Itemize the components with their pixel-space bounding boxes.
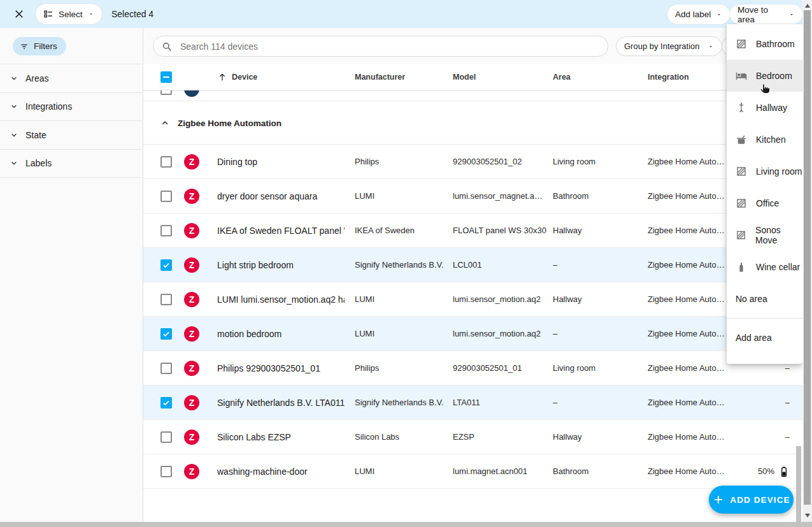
row-checkbox[interactable] [160,397,172,408]
table-row[interactable]: Zmotion bedroomLUMIlumi.sensor_motion.aq… [143,317,802,351]
device-manufacturer: Philips [355,145,449,178]
scroll-up-icon[interactable] [805,4,810,8]
sidebar-section-integrations[interactable]: Integrations [0,93,143,122]
column-header-integration[interactable]: Integration [648,64,689,90]
select-mode-button[interactable]: Select [36,4,102,24]
menu-item-label: Kitchen [756,134,786,145]
page-scrollbar-thumb[interactable] [804,10,811,505]
selection-toolbar: Select Selected 4 Add label Move to area [0,0,802,28]
table-row[interactable]: ZPhilips 929003052501_01Philips929003052… [143,351,802,386]
caret-down-icon [708,43,714,50]
row-checkbox[interactable] [160,363,172,374]
menu-item-office[interactable]: Office [727,187,802,219]
texture-icon [736,198,747,209]
table-row[interactable]: ZLUMI lumi.sensor_motion.aq2 hallwayLUMI… [143,282,802,317]
group-header[interactable]: Zigbee Home Automation [143,102,802,145]
table-row[interactable]: ZSignify Netherlands B.V. LTA011Signify … [143,386,802,420]
device-manufacturer: Silicon Labs [355,420,449,454]
menu-item-sonos-move[interactable]: Sonos Move [727,219,802,251]
move-to-area-menu: BathroomBedroomHallwayKitchenLiving room… [727,24,802,364]
chevron-down-icon [9,73,19,83]
horizontal-scrollbar[interactable] [0,522,812,527]
table-scrollbar-thumb[interactable] [796,446,801,522]
device-manufacturer: IKEA of Sweden [355,213,449,247]
column-header-device[interactable]: Device [217,64,257,90]
device-area: – [553,248,642,282]
row-checkbox[interactable] [160,191,172,202]
row-checkbox[interactable] [160,466,172,477]
page-scrollbar[interactable] [802,0,812,527]
sidebar-sections: AreasIntegrationsStateLabels [0,64,143,178]
menu-item-bathroom[interactable]: Bathroom [727,28,802,60]
table-row[interactable]: ZLight strip bedroomSignify Netherlands … [143,248,802,282]
scroll-down-icon[interactable] [805,514,810,517]
add-device-button[interactable]: ADD DEVICE [709,486,794,514]
select-label: Select [59,10,83,19]
filters-button[interactable]: Filters [13,37,66,55]
table-row[interactable]: ZIKEA of Sweden FLOALT panel WSIKEA of S… [143,213,802,248]
column-label: Device [232,73,257,82]
sidebar-section-state[interactable]: State [0,121,143,150]
move-to-area-button[interactable]: Move to area [730,4,802,24]
device-integration: Zigbee Home Automation [648,248,728,282]
chevron-down-icon [9,158,19,168]
search-input[interactable] [179,41,600,52]
row-checkbox[interactable] [160,90,172,95]
device-battery: – [732,420,790,454]
coat-rack-icon [736,102,747,113]
zigbee-logo-icon: Z [184,326,199,342]
menu-divider [727,318,802,319]
texture-icon [736,38,747,50]
column-header-area[interactable]: Area [553,64,571,90]
search-field[interactable] [153,36,608,57]
sidebar-section-areas[interactable]: Areas [0,64,143,93]
device-name: Signify Netherlands B.V. LTA011 [217,386,345,419]
device-area: Hallway [553,213,642,247]
sidebar-section-labels[interactable]: Labels [0,150,143,178]
row-checkbox[interactable] [160,294,172,305]
group-by-button[interactable]: Group by Integration [616,36,722,56]
device-name: Silicon Labs EZSP [217,420,345,454]
table-row[interactable]: Zwashing-machine-doorLUMIlumi.magnet.acn… [143,454,802,489]
table-row[interactable]: ZSilicon Labs EZSPSilicon LabsEZSPHallwa… [143,420,802,454]
menu-item-hallway[interactable]: Hallway [727,92,802,124]
device-integration: Zigbee Home Automation [648,386,728,419]
checkbox-indeterminate[interactable] [160,71,172,83]
table-row[interactable]: Zdryer door sensor aquaraLUMIlumi.sensor… [143,179,802,213]
device-model: LTA011 [453,386,547,419]
column-header-model[interactable]: Model [453,64,476,90]
device-table-panel: Group by Integration DeviceManufacturerM… [143,28,802,522]
row-checkbox[interactable] [160,225,172,236]
row-checkbox[interactable] [160,259,172,271]
menu-item-label: No area [736,294,767,304]
table-row-partial[interactable] [143,90,802,101]
selected-count: Selected 4 [111,0,153,28]
chevron-up-icon[interactable] [159,117,171,129]
device-area: Living room [553,145,642,178]
device-integration: Zigbee Home Automation [648,145,728,178]
select-all-checkbox[interactable] [160,64,172,90]
device-model: lumi.sensor_motion.aq2 [453,282,547,316]
device-area: Hallway [553,420,642,454]
menu-item-add-area[interactable]: Add area [727,322,802,354]
device-area: Hallway [553,282,642,316]
row-checkbox[interactable] [160,328,172,340]
texture-icon [736,229,746,241]
menu-item-kitchen[interactable]: Kitchen [727,124,802,155]
add-label-button[interactable]: Add label [667,4,730,24]
close-icon[interactable] [13,8,25,20]
device-integration: Zigbee Home Automation [648,317,728,350]
table-row[interactable]: ZDining topPhilips929003052501_02Living … [143,145,802,179]
zigbee-logo-icon: Z [184,430,199,445]
menu-item-wine-cellar[interactable]: Wine cellar [727,251,802,283]
row-checkbox[interactable] [160,431,172,443]
column-header-manufacturer[interactable]: Manufacturer [355,64,405,90]
menu-item-bedroom[interactable]: Bedroom [727,60,802,92]
pot-icon [736,134,747,145]
device-model: lumi.magnet.acn001 [453,454,547,488]
menu-item-label: Hallway [756,103,787,113]
menu-item-label: Bathroom [756,39,795,49]
menu-item-no-area[interactable]: No area [727,283,802,315]
menu-item-living-room[interactable]: Living room [727,155,802,187]
row-checkbox[interactable] [160,156,172,168]
